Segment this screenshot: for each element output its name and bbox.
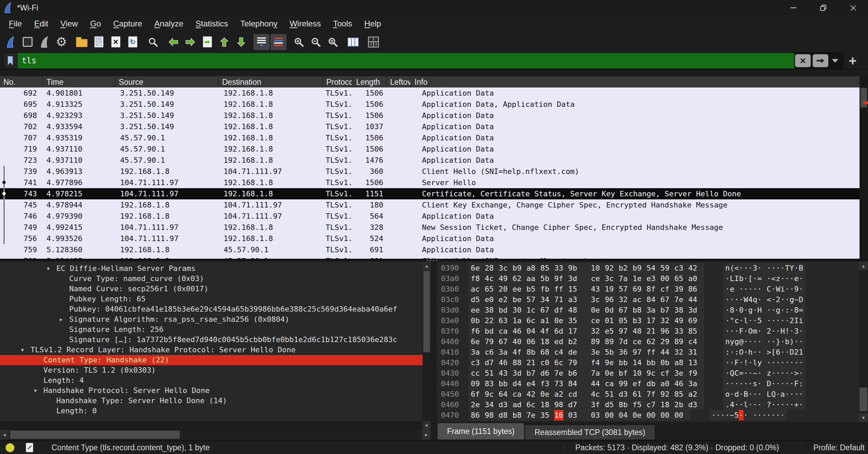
detail-line[interactable]: Curve Type: named_curve (0x03) (0, 274, 423, 284)
hex-row-0390[interactable]: 03906e283cb9a885339b1092b2b95459c342n(<·… (437, 263, 859, 273)
filter-dropdown-caret[interactable] (832, 59, 838, 63)
menu-tools[interactable]: Tools (327, 19, 358, 28)
menu-statistics[interactable]: Statistics (189, 19, 234, 28)
packet-row-743[interactable]: 7434.978215104.71.111.97192.168.1.8TLSv1… (0, 188, 860, 199)
save-file-button[interactable]: 010101100111 (91, 34, 107, 50)
packet-row-763[interactable]: 7635.134437192.168.1.845.57.90.1TLSv1.36… (0, 255, 860, 259)
packet-list-scrollbar[interactable] (860, 76, 868, 259)
hex-ascii[interactable]: nyg@······}·b)·· (723, 336, 805, 347)
packet-row-695[interactable]: 6954.9133253.251.50.149192.168.1.8TLSv1.… (0, 99, 860, 110)
start-capture-button[interactable] (3, 34, 18, 50)
close-button[interactable] (838, 0, 868, 16)
detail-line[interactable]: Pubkey Length: 65 (0, 294, 423, 304)
add-filter-button[interactable]: + (849, 54, 856, 67)
hex-ascii[interactable]: o·d·B···LQ·a···· (723, 389, 805, 399)
hex-bytes[interactable]: 6e283cb9a885339b1092b2b95459c342 (469, 263, 704, 273)
hex-ascii[interactable]: ····W4q·<·2··g~D (723, 294, 805, 305)
column-header-time[interactable]: Time (43, 76, 115, 87)
capture-options-button[interactable]: ⚙ (54, 34, 69, 50)
hex-bytes[interactable]: f84c4962aa5b9f3dce3c7a1ee30065a0 (469, 273, 704, 284)
go-first-packet-button[interactable] (216, 34, 232, 50)
hex-ascii[interactable]: ·QC=··~·z·····>· (723, 368, 805, 378)
hex-row-0450[interactable]: 04506f9c64ca420ea2cd4c51d3617f9285a2o·d·… (437, 389, 859, 399)
hex-row-0400[interactable]: 04006e7967400618edb289897dce622989c4nyg@… (437, 336, 859, 347)
detail-line[interactable]: ▼Handshake Protocol: Server Hello Done (0, 386, 423, 396)
hex-ascii[interactable]: ·8·0·g·H··g·:·8= (723, 305, 805, 315)
column-header-proto[interactable]: Protocol (323, 76, 353, 87)
hex-ascii[interactable]: ·e ·····C·Wi··9· (723, 284, 805, 294)
packet-row-745[interactable]: 7454.978944192.168.1.8104.71.111.97TLSv1… (0, 199, 860, 211)
packet-row-707[interactable]: 7074.93531945.57.90.1192.168.1.8TLSv1.31… (0, 132, 860, 143)
clear-filter-button[interactable]: × (795, 54, 811, 67)
menu-telephony[interactable]: Telephony (234, 19, 284, 28)
tab-frame[interactable]: Frame (1151 bytes) (438, 423, 524, 439)
resize-columns-button[interactable] (345, 34, 361, 50)
scroll-left-icon[interactable]: ◄ (0, 430, 9, 439)
hex-bytes[interactable]: cc51433db7d67eb67a0ebf109ccf3ef9 (469, 368, 704, 378)
go-back-button[interactable] (166, 34, 181, 50)
capture-comment-icon[interactable] (26, 443, 33, 452)
hex-row-03f0[interactable]: 03f0f6bdca46044f6d1732e5974821963385···F… (437, 326, 859, 336)
pane-splitter[interactable] (0, 259, 868, 261)
packet-row-749[interactable]: 7494.992415104.71.111.97192.168.1.8TLSv1… (0, 222, 860, 233)
scrollbar-thumb[interactable] (861, 88, 867, 107)
profile-text[interactable]: Profile: Default (813, 441, 865, 454)
reload-file-button[interactable]: ↻ (125, 34, 140, 50)
hex-ascii[interactable]: ··F·!·ly········ (723, 357, 805, 368)
hex-bytes[interactable]: 0b22631a6ca10e35ce0105b317324969 (469, 315, 704, 326)
hex-bytes[interactable]: ee38bd301c67df480e0d67b83ab7383d (469, 305, 704, 315)
column-header-dst[interactable]: Destination (219, 76, 323, 87)
find-packet-button[interactable] (145, 34, 161, 50)
hex-row-0470[interactable]: 04708698d8b87e3516030300040e000000····~5… (437, 410, 859, 420)
column-header-len[interactable]: Length (353, 76, 387, 87)
zoom-in-button[interactable] (291, 34, 307, 50)
detail-line[interactable]: Handshake Type: Server Hello Done (14) (0, 396, 423, 406)
detail-line[interactable]: ▶Signature Algorithm: rsa_pss_rsae_sha25… (0, 314, 423, 324)
menu-analyze[interactable]: Analyze (148, 19, 189, 28)
detail-line[interactable]: ▼TLSv1.2 Record Layer: Handshake Protoco… (0, 345, 423, 355)
hex-row-0440[interactable]: 04400983bbd4e4f3738444ca99efdba0463a····… (437, 378, 859, 389)
menu-go[interactable]: Go (84, 19, 107, 28)
hex-row-0460[interactable]: 04602e34d3ad6c1898d73fd58bf5c7182bd3.4··… (437, 399, 859, 410)
detail-line[interactable]: Content Type: Handshake (22) (0, 355, 423, 365)
scroll-down-icon[interactable]: ▼ (859, 413, 868, 422)
column-header-src[interactable]: Source (115, 76, 219, 87)
packet-row-741[interactable]: 7414.977896104.71.111.97192.168.1.8TLSv1… (0, 177, 860, 188)
hex-ascii[interactable]: :·:O·h··>[6··D21 (723, 347, 805, 357)
hex-bytes[interactable]: d5e0e2be573471a33c9632ac84677e44 (469, 294, 704, 305)
detail-line[interactable]: Signature Length: 256 (0, 324, 423, 335)
hex-row-0410[interactable]: 04103ac63a4f8b68c4de3e5b3697ff443231:·:O… (437, 347, 859, 357)
auto-scroll-button[interactable] (254, 34, 269, 50)
hex-row-03a0[interactable]: 03a0f84c4962aa5b9f3dce3c7a1ee30065a0·LIb… (437, 273, 859, 284)
display-filter-input[interactable] (18, 53, 794, 68)
splitter-handle-icon[interactable] (427, 260, 428, 261)
filter-bookmark-button[interactable] (3, 53, 18, 68)
packet-row-759[interactable]: 7595.128360192.168.1.845.57.90.1TLSv1.36… (0, 244, 860, 255)
scrollbar-thumb[interactable] (860, 388, 867, 411)
detail-line[interactable]: ▼EC Diffie-Hellman Server Params (0, 263, 423, 274)
tree-collapse-icon[interactable]: ▼ (47, 263, 56, 274)
hex-bytes[interactable]: c3d7468821c06c79f49ebb14bb0ba813 (469, 357, 704, 368)
hex-row-0420[interactable]: 0420c3d7468821c06c79f49ebb14bb0ba813··F·… (437, 357, 859, 368)
hex-row-03c0[interactable]: 03c0d5e0e2be573471a33c9632ac84677e44····… (437, 294, 859, 305)
close-file-button[interactable]: × (108, 34, 123, 50)
tree-collapse-icon[interactable]: ▼ (21, 345, 31, 355)
hex-bytes[interactable]: 8698d8b87e3516030300040e000000 (469, 410, 690, 420)
hex-bytes[interactable]: 2e34d3ad6c1898d73fd58bf5c7182bd3 (469, 399, 704, 410)
hex-ascii[interactable]: n(<···3·····TY·B (723, 263, 805, 273)
colorize-button[interactable] (271, 34, 286, 50)
packet-row-719[interactable]: 7194.93711045.57.90.1192.168.1.8TLSv1.31… (0, 143, 860, 155)
bytes-vertical-scrollbar[interactable]: ▲ ▼ (859, 261, 868, 422)
hex-row-03e0[interactable]: 03e00b22631a6ca10e35ce0105b317324969·"c·… (437, 315, 859, 326)
menu-wireless[interactable]: Wireless (284, 19, 327, 28)
packet-row-692[interactable]: 6924.9018013.251.50.149192.168.1.8TLSv1.… (0, 87, 860, 99)
minimize-button[interactable] (778, 0, 808, 16)
hex-row-03b0[interactable]: 03b0ac6520eeb5fbff15431957698fcf3986·e ·… (437, 284, 859, 294)
column-header-info[interactable]: Info (411, 76, 868, 87)
scrollbar-thumb[interactable] (10, 431, 180, 439)
details-vertical-scrollbar[interactable]: ▲ ▼ (423, 261, 431, 430)
detail-line[interactable]: Pubkey: 04061cbfea41e185b3e6e29c4594a65b… (0, 304, 423, 314)
go-to-packet-button[interactable] (199, 34, 215, 50)
expert-info-icon[interactable] (5, 443, 15, 452)
hex-ascii[interactable]: ···F·Om·2··H!·3· (723, 326, 805, 336)
